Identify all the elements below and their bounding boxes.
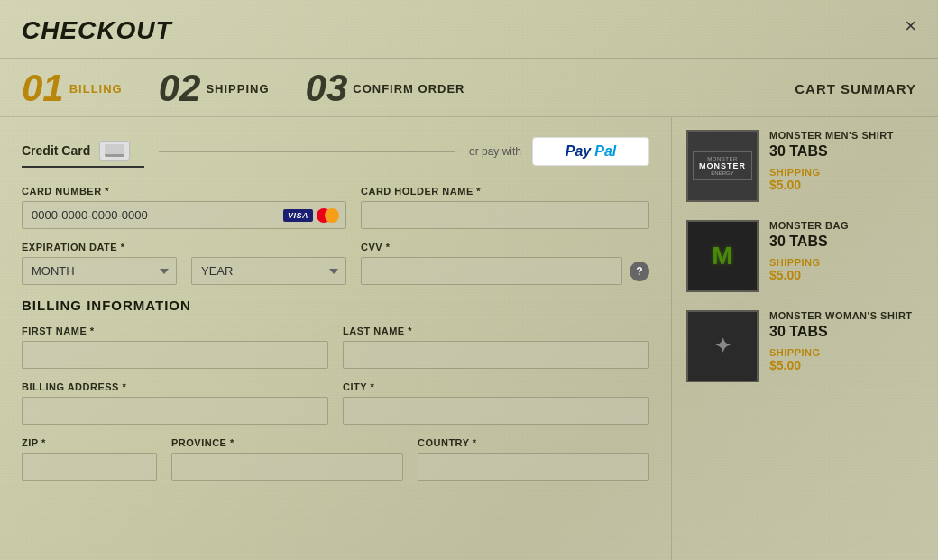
shirt2-claw-icon: ✦	[714, 335, 731, 358]
address-city-row: BILLING ADDRESS * CITY *	[22, 381, 649, 425]
shirt2-background: ✦	[688, 312, 757, 381]
cart-item-1-image: MONSTER MONSTER ENERGY	[686, 130, 759, 202]
card-icon-inner	[105, 144, 124, 157]
cvv-label: CVV *	[361, 242, 649, 252]
or-pay-with-text: or pay with	[469, 145, 521, 158]
cart-item-2-image: M	[686, 220, 759, 292]
billing-section-title: BILLING INFORMATION	[22, 298, 649, 313]
country-input[interactable]	[418, 453, 649, 481]
billing-section: BILLING INFORMATION FIRST NAME * LAST NA…	[22, 298, 649, 481]
cart-sidebar: MONSTER MONSTER ENERGY MONSTER MEN'S SHI…	[672, 117, 938, 560]
card-holder-label: CARD HOLDER NAME *	[361, 186, 649, 197]
step-3-num: 03	[306, 69, 348, 107]
cvv-help-button[interactable]: ?	[630, 262, 649, 281]
cart-item-1-name: MONSTER MEN'S SHIRT	[769, 130, 924, 141]
monster-men-shirt-logo: MONSTER MONSTER ENERGY	[693, 151, 752, 180]
name-row: FIRST NAME * LAST NAME *	[22, 326, 649, 369]
step-3-label: CONFIRM ORDER	[353, 82, 464, 96]
payment-method-row: Credit Card or pay with Pay Pal	[22, 135, 649, 168]
cvv-input[interactable]	[361, 257, 622, 285]
city-label: CITY *	[343, 381, 649, 392]
address-field: BILLING ADDRESS *	[22, 381, 328, 425]
credit-card-icon	[99, 141, 130, 161]
bag-claw-icon: M	[712, 242, 732, 271]
header: CHECKOUT ×	[0, 0, 938, 59]
city-input[interactable]	[343, 397, 649, 425]
paypal-button[interactable]: Pay Pal	[532, 137, 649, 166]
year-col: YEAR2024202520262027202820292030	[191, 257, 346, 285]
card-number-field: CARD NUMBER * VISA	[22, 186, 346, 229]
first-name-label: FIRST NAME *	[22, 326, 328, 336]
zip-input[interactable]	[22, 453, 157, 481]
zip-label: ZIP *	[22, 437, 157, 448]
page-title: CHECKOUT	[22, 16, 172, 45]
cart-item-3-tabs: 30 TABS	[769, 324, 924, 340]
month-select[interactable]: MONTH010203040506070809101112	[22, 257, 177, 285]
year-select[interactable]: YEAR2024202520262027202820292030	[191, 257, 346, 285]
last-name-input[interactable]	[343, 341, 649, 369]
cart-item-2-name: MONSTER BAG	[769, 220, 924, 231]
shirt1-logo-main: MONSTER	[699, 161, 746, 170]
step-2-num: 02	[159, 69, 201, 107]
first-name-input[interactable]	[22, 341, 328, 369]
card-number-icons: VISA	[283, 208, 339, 223]
cart-item-2-shipping-price: $5.00	[769, 268, 924, 282]
cart-item-1-tabs: 30 TABS	[769, 143, 924, 160]
card-number-label: CARD NUMBER *	[22, 186, 346, 197]
last-name-label: LAST NAME *	[343, 326, 649, 336]
checkout-modal: CHECKOUT × 01 BILLING 02 SHIPPING 03 CON…	[0, 0, 938, 560]
card-number-wrapper: VISA	[22, 201, 346, 229]
bag-background: M	[688, 222, 757, 290]
cart-item-2-tabs: 30 TABS	[769, 234, 924, 250]
steps-bar: 01 BILLING 02 SHIPPING 03 CONFIRM ORDER …	[0, 59, 938, 117]
city-field: CITY *	[343, 381, 649, 425]
cart-item-1: MONSTER MONSTER ENERGY MONSTER MEN'S SHI…	[686, 130, 924, 202]
step-1[interactable]: 01 BILLING	[22, 69, 159, 107]
visa-icon: VISA	[283, 209, 313, 222]
card-holder-field: CARD HOLDER NAME *	[361, 186, 649, 229]
cart-item-3-shipping-label: SHIPPING	[769, 347, 924, 358]
mastercard-icon	[317, 208, 339, 223]
zip-province-country-row: ZIP * PROVINCE * COUNTRY *	[22, 437, 649, 481]
card-holder-input[interactable]	[361, 201, 649, 229]
content-area: Credit Card or pay with Pay Pal CARD NUM…	[0, 117, 938, 560]
cart-item-3-details: MONSTER WOMAN'S SHIRT 30 TABS SHIPPING $…	[769, 310, 924, 382]
month-col: MONTH010203040506070809101112	[22, 257, 177, 285]
address-input[interactable]	[22, 397, 328, 425]
step-2[interactable]: 02 SHIPPING	[159, 69, 306, 107]
cvv-section: CVV * ?	[361, 242, 649, 285]
cart-item-3-shipping-price: $5.00	[769, 358, 924, 372]
expiry-cvv-row: EXPIRATION DATE * MONTH01020304050607080…	[22, 242, 649, 285]
step-3[interactable]: 03 CONFIRM ORDER	[306, 69, 501, 107]
first-name-field: FIRST NAME *	[22, 326, 328, 369]
credit-card-tab[interactable]: Credit Card	[22, 135, 144, 168]
country-field: COUNTRY *	[418, 437, 649, 481]
cart-item-1-shipping-label: SHIPPING	[769, 167, 924, 178]
country-label: COUNTRY *	[418, 437, 649, 448]
cart-summary-header: CART SUMMARY	[795, 81, 916, 96]
cvv-input-row: ?	[361, 257, 649, 285]
expiry-row: MONTH010203040506070809101112 YEAR202420…	[22, 257, 346, 285]
step-1-num: 01	[22, 69, 64, 107]
shirt1-background: MONSTER MONSTER ENERGY	[688, 132, 757, 200]
mc-circle-yellow	[325, 208, 339, 223]
divider-line	[159, 151, 455, 152]
last-name-field: LAST NAME *	[343, 326, 649, 369]
cart-item-3-image: ✦	[686, 310, 759, 382]
close-button[interactable]: ×	[905, 16, 916, 36]
credit-card-label: Credit Card	[22, 143, 90, 158]
cart-item-1-details: MONSTER MEN'S SHIRT 30 TABS SHIPPING $5.…	[769, 130, 924, 202]
province-label: PROVINCE *	[171, 437, 403, 448]
cart-item-1-shipping-price: $5.00	[769, 178, 924, 192]
shirt1-logo-sub: ENERGY	[699, 170, 746, 176]
cart-item-2-details: MONSTER BAG 30 TABS SHIPPING $5.00	[769, 220, 924, 292]
zip-field: ZIP *	[22, 437, 157, 481]
cart-item-3: ✦ MONSTER WOMAN'S SHIRT 30 TABS SHIPPING…	[686, 310, 924, 382]
province-input[interactable]	[171, 453, 403, 481]
cart-item-3-name: MONSTER WOMAN'S SHIRT	[769, 310, 924, 321]
expiry-label: EXPIRATION DATE *	[22, 242, 346, 252]
cart-item-2-shipping-label: SHIPPING	[769, 257, 924, 268]
step-1-label: BILLING	[69, 82, 123, 96]
address-label: BILLING ADDRESS *	[22, 381, 328, 392]
paypal-pay-text: Pay	[566, 143, 591, 160]
